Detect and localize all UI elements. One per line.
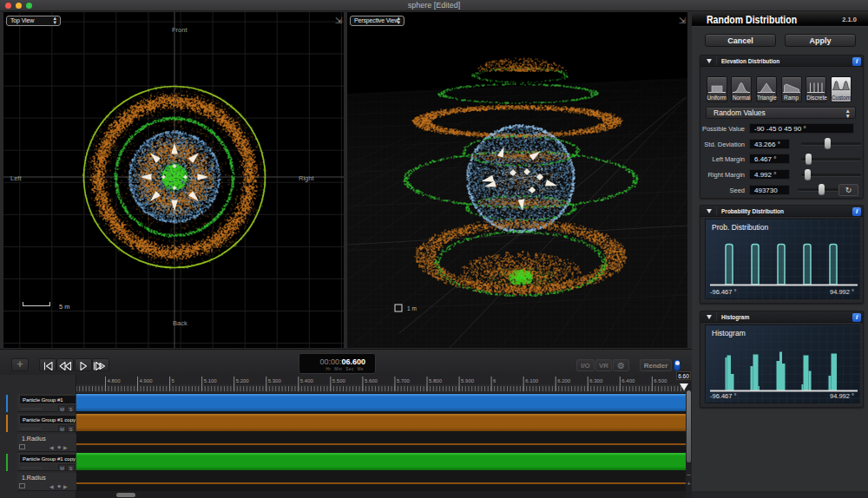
svg-text:6.500: 6.500 (654, 378, 667, 383)
svg-text:6.100: 6.100 (525, 378, 539, 383)
svg-text:Back: Back (173, 319, 187, 327)
svg-text:Front: Front (172, 26, 187, 34)
svg-text:5.400: 5.400 (300, 378, 314, 383)
svg-text:Right: Right (299, 174, 314, 182)
svg-text:5.600: 5.600 (365, 378, 378, 383)
svg-text:4.900: 4.900 (140, 378, 154, 383)
svg-text:5.500: 5.500 (332, 378, 346, 383)
svg-text:6.400: 6.400 (621, 378, 635, 383)
svg-text:5.300: 5.300 (268, 378, 282, 383)
svg-text:5.100: 5.100 (204, 378, 218, 383)
svg-text:6.200: 6.200 (557, 378, 571, 383)
svg-text:1 m: 1 m (407, 305, 417, 311)
svg-text:5 m: 5 m (59, 303, 70, 311)
svg-text:4.800: 4.800 (108, 378, 122, 383)
svg-text:5.200: 5.200 (236, 378, 250, 383)
svg-text:6.300: 6.300 (589, 378, 603, 383)
svg-text:Left: Left (10, 174, 22, 182)
svg-text:5.800: 5.800 (429, 378, 443, 383)
svg-text:5.900: 5.900 (461, 378, 475, 383)
svg-text:5.700: 5.700 (397, 378, 411, 383)
